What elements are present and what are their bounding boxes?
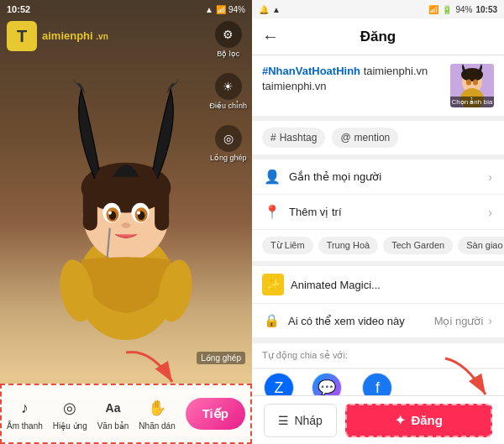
animated-row[interactable]: ✨ Animated Magici...: [252, 266, 504, 304]
hash-tag-text: #NhanVatHoatHinh: [262, 65, 360, 77]
zalo-icon[interactable]: Z: [264, 373, 294, 395]
svg-point-22: [466, 80, 471, 86]
hashtag-button[interactable]: # Hashtag: [262, 128, 325, 148]
toolbar-sticker[interactable]: ✋ Nhãn dán: [139, 397, 175, 431]
right-time: 10:53: [475, 5, 497, 14]
sound-label: Âm thanh: [7, 421, 43, 431]
svg-point-23: [473, 80, 478, 86]
right-status-left: 🔔▲: [259, 5, 281, 14]
post-label: Đăng: [411, 413, 443, 427]
post-thumbnail[interactable]: Chọn ảnh bìa: [450, 64, 494, 107]
red-arrow-right: [437, 354, 496, 404]
svg-point-12: [108, 211, 112, 214]
svg-point-13: [137, 211, 140, 214]
hashtag-icon: #: [270, 132, 276, 144]
draft-label: Nháp: [294, 414, 322, 427]
right-battery: 94%: [455, 5, 472, 14]
privacy-value: Mọi người: [434, 315, 484, 327]
bottom-bar: ☰ Nháp ✦ Đăng: [252, 395, 504, 444]
mention-icon: @: [340, 132, 350, 144]
chip-2[interactable]: Tech Garden: [383, 237, 453, 254]
add-location-row[interactable]: 📍 Thêm vị trí ›: [252, 195, 504, 230]
right-side-icons: ⚙ Bộ lọc ☀ Điều chỉnh ◎ Lồng ghép: [209, 21, 247, 162]
toolbar-effects[interactable]: ◎ Hiệu ứng: [53, 397, 87, 431]
tag-people-icon: 👤: [264, 169, 281, 185]
page-title: Đăng: [289, 29, 467, 45]
logo-letter: T: [7, 21, 37, 51]
chip-3[interactable]: Sàn giao dịch Bất ...: [458, 237, 504, 254]
adjust-label: Điều chỉnh: [209, 102, 247, 110]
filter-icon-group[interactable]: ⚙ Bộ lọc: [215, 21, 242, 58]
facebook-icon[interactable]: f: [362, 373, 392, 395]
overlay-icon[interactable]: ◎: [215, 125, 242, 152]
svg-rect-4: [83, 185, 97, 230]
left-status-icons: ▲ 📶 94%: [205, 5, 245, 14]
right-content: #NhanVatHoatHinh taimienphi.vn taimienph…: [252, 55, 504, 395]
left-time: 10:52: [7, 4, 30, 14]
sticker-label: Nhãn dán: [139, 421, 175, 431]
next-button[interactable]: Tiếp: [186, 398, 245, 430]
longhieu-label: Lồng ghép: [197, 352, 245, 364]
left-battery: 94%: [228, 5, 245, 14]
post-text-section: #NhanVatHoatHinh taimienphi.vn taimienph…: [252, 55, 504, 116]
privacy-label: Ai có thể xem video này: [288, 315, 434, 327]
tag-people-text: Gắn thẻ mọi người: [289, 170, 488, 183]
left-status-bar: 10:52 ▲ 📶 94%: [0, 0, 252, 18]
animated-icon: ✨: [262, 274, 284, 295]
toolbar-sound[interactable]: ♪ Âm thanh: [7, 397, 43, 431]
share-zalo[interactable]: Z Zalo: [264, 373, 294, 395]
overlay-icon-group[interactable]: ◎ Lồng ghép: [210, 125, 247, 162]
messenger-icon[interactable]: 💬: [312, 373, 342, 395]
cover-button[interactable]: Chọn ảnh bìa: [450, 97, 494, 107]
right-status-bar: 🔔▲ 📶 🔋 94% 10:53: [252, 0, 504, 18]
text-label: Văn bản: [97, 421, 129, 431]
character-svg: [34, 71, 218, 340]
back-button[interactable]: ←: [262, 27, 279, 46]
right-panel: 🔔▲ 📶 🔋 94% 10:53 ← Đăng #NhanVatHoatHinh…: [252, 0, 504, 444]
mention-button[interactable]: @ mention: [332, 128, 398, 148]
draft-button[interactable]: ☰ Nháp: [264, 404, 337, 437]
privacy-arrow: ›: [488, 314, 492, 327]
tags-row: # Hashtag @ mention: [252, 121, 504, 154]
left-panel: 10:52 ▲ 📶 94% T aimienphi .vn ⚙ Bộ lọc ☀…: [0, 0, 252, 444]
lock-icon: 🔒: [264, 313, 280, 328]
location-arrow: ›: [488, 206, 492, 219]
sticker-icon[interactable]: ✋: [146, 397, 168, 419]
svg-rect-5: [155, 185, 169, 230]
right-header: ← Đăng: [252, 18, 504, 55]
post-text-input[interactable]: #NhanVatHoatHinh taimienphi.vn taimienph…: [262, 64, 444, 94]
effects-icon[interactable]: ◎: [59, 397, 81, 419]
hashtag-label: Hashtag: [280, 132, 318, 144]
site-domain: taimienphi.vn: [262, 80, 327, 92]
adjust-icon-group[interactable]: ☀ Điều chỉnh: [209, 73, 247, 110]
svg-point-14: [122, 222, 131, 227]
logo-container: T aimienphi .vn: [7, 21, 108, 51]
mention-label: mention: [354, 132, 391, 144]
logo-name: aimienphi .vn: [42, 30, 108, 42]
text-icon[interactable]: Aa: [102, 397, 124, 419]
overlay-label: Lồng ghép: [210, 154, 247, 162]
post-icon: ✦: [395, 413, 406, 428]
character-container: [25, 34, 227, 377]
red-arrow-left: [118, 344, 185, 398]
add-location-text: Thêm vị trí: [289, 206, 488, 218]
right-status-right: 📶 🔋 94% 10:53: [428, 5, 497, 14]
tag-people-row[interactable]: 👤 Gắn thẻ mọi người ›: [252, 159, 504, 195]
location-chips: Từ Liêm Trung Hoà Tech Garden Sàn giao d…: [252, 230, 504, 261]
adjust-icon[interactable]: ☀: [215, 73, 242, 100]
sound-icon[interactable]: ♪: [13, 397, 35, 419]
chip-1[interactable]: Trung Hoà: [318, 237, 379, 254]
toolbar-text[interactable]: Aa Văn bản: [97, 397, 129, 431]
share-messenger[interactable]: 💬 Messenger: [306, 373, 347, 395]
privacy-row[interactable]: 🔒 Ai có thể xem video này Mọi người ›: [252, 304, 504, 338]
share-facebook[interactable]: f Facebook: [359, 373, 396, 395]
logo-vn: .vn: [96, 32, 108, 41]
animated-text: Animated Magici...: [291, 279, 494, 291]
site-text: taimienphi.vn: [364, 65, 428, 77]
post-button[interactable]: ✦ Đăng: [345, 404, 492, 437]
location-icon: 📍: [264, 204, 281, 220]
effects-label: Hiệu ứng: [53, 421, 87, 431]
filter-icon[interactable]: ⚙: [215, 21, 242, 48]
tag-people-arrow: ›: [488, 170, 492, 184]
chip-0[interactable]: Từ Liêm: [262, 237, 313, 254]
